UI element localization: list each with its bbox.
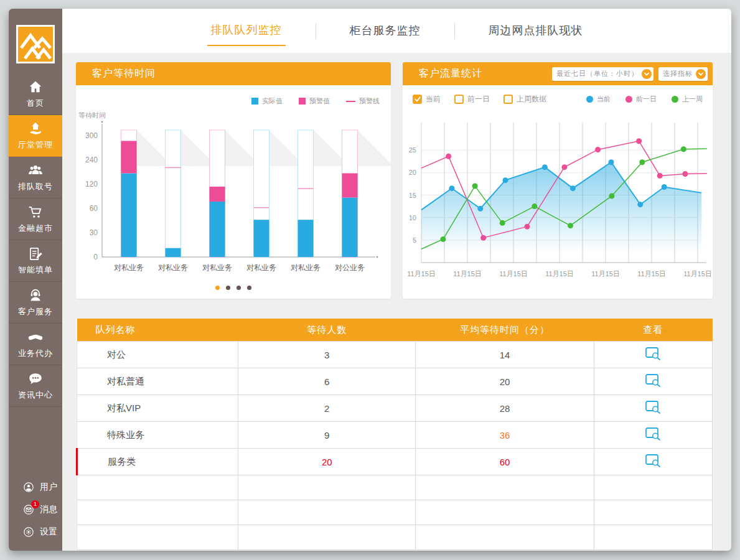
checkbox-上周数据[interactable]: 上周数据 bbox=[503, 94, 546, 105]
hall-icon bbox=[27, 121, 44, 137]
legend-dot bbox=[586, 96, 593, 103]
sidebar-footer-label: 用户 bbox=[40, 482, 57, 493]
svg-text:对私业务: 对私业务 bbox=[246, 263, 276, 272]
svg-text:11月15日: 11月15日 bbox=[499, 270, 528, 278]
view-button[interactable] bbox=[645, 454, 661, 467]
sidebar-item-label: 资讯中心 bbox=[18, 390, 53, 401]
sidebar-item-home[interactable]: 首页 bbox=[9, 73, 62, 115]
svg-text:对私业务: 对私业务 bbox=[202, 263, 232, 272]
svg-text:等待时间: 等待时间 bbox=[78, 111, 106, 119]
message-icon: 1 bbox=[22, 503, 35, 516]
avg-wait: 14 bbox=[500, 350, 510, 360]
avg-wait: 28 bbox=[500, 403, 510, 414]
queue-table-row: 对公314 bbox=[77, 342, 713, 368]
tab-queue-monitor[interactable]: 排队队列监控 bbox=[207, 16, 286, 46]
legend-item: 当前 bbox=[586, 95, 611, 104]
svg-text:对私业务: 对私业务 bbox=[291, 263, 321, 272]
queue-table-empty-row bbox=[77, 500, 713, 525]
waiting-count: 3 bbox=[324, 350, 329, 360]
waiting-time-bar-chart: 03060120240300等待时间对私业务对私业务对私业务对私业务对私业务对公… bbox=[76, 101, 391, 277]
pagination-dot-4[interactable] bbox=[247, 286, 251, 290]
sidebar-item-form[interactable]: 智能填单 bbox=[9, 240, 62, 282]
avg-wait-cell: 28 bbox=[416, 395, 594, 422]
sidebar-footer-label: 消息 bbox=[40, 504, 57, 515]
agency-icon bbox=[27, 329, 44, 345]
queue-table-header-row: 队列名称等待人数平均等待时间（分）查看 bbox=[77, 319, 713, 342]
sidebar-spacer bbox=[9, 407, 62, 476]
svg-text:5: 5 bbox=[413, 236, 416, 244]
flow-dropdowns: 最近七日（单位：小时）选择指标 bbox=[552, 67, 708, 81]
sidebar-item-label: 厅堂管理 bbox=[18, 139, 53, 151]
app-window: 首页厅堂管理排队取号金融超市智能填单客户服务业务代办资讯中心 用户1消息设置 排… bbox=[9, 9, 731, 551]
view-button[interactable] bbox=[645, 347, 661, 360]
legend-dot bbox=[672, 96, 678, 103]
pagination-dot-1[interactable] bbox=[215, 286, 220, 290]
queue-table-header-2: 等待人数 bbox=[238, 319, 416, 342]
waiting-count: 20 bbox=[322, 457, 332, 467]
view-button[interactable] bbox=[645, 427, 661, 441]
chevron-down-icon bbox=[696, 69, 706, 79]
customer-flow-panel: 客户流量统计 最近七日（单位：小时）选择指标 当前前一日上周数据 当前前一日上一… bbox=[403, 62, 713, 299]
customer-flow-panel-body: 当前前一日上周数据 当前前一日上一周 51015202511月15日11月15日… bbox=[403, 85, 713, 299]
checkbox-当前[interactable]: 当前 bbox=[413, 94, 441, 105]
view-cell bbox=[594, 368, 713, 395]
top-tab-bar: 排队队列监控柜台服务监控周边网点排队现状 bbox=[62, 9, 731, 53]
avg-wait: 60 bbox=[500, 457, 510, 467]
svg-text:11月15日: 11月15日 bbox=[545, 270, 574, 278]
queue-name-cell: 对私VIP bbox=[77, 395, 238, 422]
waiting-time-panel-title: 客户等待时间 bbox=[92, 67, 156, 80]
pagination-dots bbox=[76, 281, 391, 292]
avg-wait-cell: 14 bbox=[416, 342, 594, 368]
sidebar-item-label: 客户服务 bbox=[18, 306, 53, 317]
pagination-dot-2[interactable] bbox=[226, 286, 230, 290]
view-button[interactable] bbox=[645, 401, 661, 414]
sidebar-item-queue[interactable]: 排队取号 bbox=[9, 157, 62, 198]
dropdown-range[interactable]: 最近七日（单位：小时） bbox=[552, 67, 653, 81]
sidebar-footer-item-settings[interactable]: 设置 bbox=[9, 521, 62, 543]
sidebar-item-market[interactable]: 金融超市 bbox=[9, 198, 62, 240]
view-magnifier-icon bbox=[645, 374, 661, 387]
message-badge: 1 bbox=[31, 500, 39, 508]
legend-label: 当前 bbox=[597, 95, 611, 104]
tab-divider bbox=[316, 23, 316, 39]
sidebar-item-hall[interactable]: 厅堂管理 bbox=[9, 115, 62, 157]
view-button[interactable] bbox=[645, 374, 661, 387]
sidebar: 首页厅堂管理排队取号金融超市智能填单客户服务业务代办资讯中心 用户1消息设置 bbox=[9, 9, 62, 551]
checkbox-box bbox=[503, 95, 513, 104]
svg-text:11月15日: 11月15日 bbox=[591, 270, 620, 278]
svg-text:25: 25 bbox=[409, 146, 416, 154]
queue-name-cell: 服务类 bbox=[77, 449, 238, 475]
pagination-dot-3[interactable] bbox=[237, 286, 241, 290]
checkbox-label: 上周数据 bbox=[517, 94, 546, 105]
dropdown-label: 最近七日（单位：小时） bbox=[556, 69, 639, 78]
sidebar-nav: 首页厅堂管理排队取号金融超市智能填单客户服务业务代办资讯中心 bbox=[9, 73, 62, 407]
dropdown-metric[interactable]: 选择指标 bbox=[658, 67, 708, 81]
sidebar-footer-item-user[interactable]: 用户 bbox=[9, 476, 62, 498]
svg-text:11月15日: 11月15日 bbox=[453, 270, 482, 278]
waiting-time-panel-body: 实际值预警值预警线 03060120240300等待时间对私业务对私业务对私业务… bbox=[76, 85, 391, 299]
sidebar-footer-item-message[interactable]: 1消息 bbox=[9, 498, 62, 521]
view-magnifier-icon bbox=[645, 427, 661, 441]
waiting-count: 2 bbox=[324, 403, 329, 414]
dropdown-label: 选择指标 bbox=[663, 69, 693, 78]
app-logo bbox=[16, 25, 55, 63]
sidebar-item-service[interactable]: 客户服务 bbox=[9, 282, 62, 324]
flow-legend: 当前前一日上一周 bbox=[586, 95, 703, 104]
svg-text:11月15日: 11月15日 bbox=[407, 270, 436, 278]
waiting-count-cell: 2 bbox=[238, 395, 416, 422]
checkbox-前一日[interactable]: 前一日 bbox=[454, 94, 490, 105]
customer-flow-panel-title: 客户流量统计 bbox=[419, 67, 482, 80]
sidebar-item-agency[interactable]: 业务代办 bbox=[9, 324, 62, 365]
queue-name-cell: 特殊业务 bbox=[77, 422, 238, 449]
tabs: 排队队列监控柜台服务监控周边网点排队现状 bbox=[207, 16, 587, 46]
settings-icon bbox=[22, 526, 35, 538]
checkbox-label: 当前 bbox=[426, 94, 441, 105]
flow-checkboxes: 当前前一日上周数据 bbox=[413, 94, 546, 105]
sidebar-item-news[interactable]: 资讯中心 bbox=[9, 365, 62, 407]
checkbox-box bbox=[413, 95, 422, 104]
waiting-time-panel: 客户等待时间 实际值预警值预警线 03060120240300等待时间对私业务对… bbox=[76, 62, 391, 299]
sidebar-footer: 用户1消息设置 bbox=[9, 476, 62, 543]
tab-counter-monitor[interactable]: 柜台服务监控 bbox=[346, 17, 424, 45]
waiting-count-cell: 9 bbox=[238, 422, 416, 449]
tab-nearby-branches[interactable]: 周边网点排队现状 bbox=[485, 17, 587, 45]
